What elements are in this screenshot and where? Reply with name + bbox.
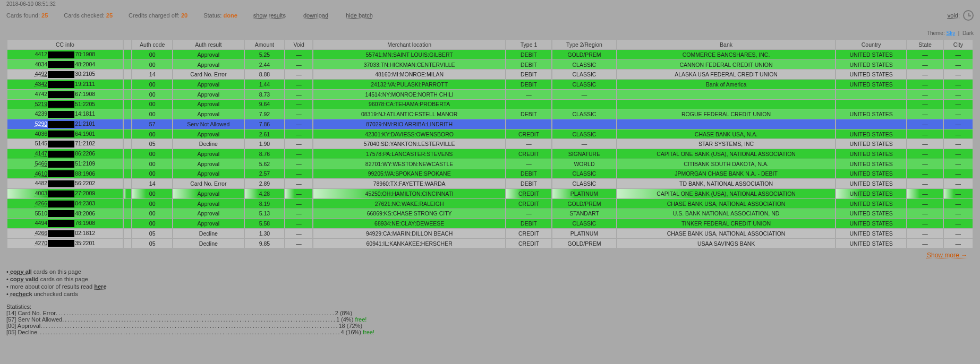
- theme-sky[interactable]: Sky: [946, 30, 955, 36]
- cell: CHASE BANK USA, NATIONAL ASSOCIATION: [617, 199, 835, 209]
- cell: CLASSIC: [552, 70, 616, 79]
- cell: DEBIT: [506, 109, 551, 119]
- copy-valid-link[interactable]: copy valid: [10, 276, 39, 282]
- cell: [836, 119, 907, 129]
- cell: STAR SYSTEMS, INC: [617, 139, 835, 149]
- cell: 55741:MN:SAINT LOUIS:GILBERT: [313, 50, 505, 59]
- cell: CHASE BANK USA, N.A.: [617, 129, 835, 139]
- table-row[interactable]: 414786:220600Approval8.76—17578:PA:LANCA…: [7, 149, 973, 159]
- hide-batch-link[interactable]: hide batch: [346, 12, 373, 19]
- table-row[interactable]: 403664:190100Approval2.61—42301:KY:DAVIE…: [7, 129, 973, 139]
- cell: CAPITAL ONE BANK (USA), NATIONAL ASSOCIA…: [617, 149, 835, 159]
- cell: 00: [132, 50, 172, 59]
- table-row[interactable]: 551048:200600Approval5.13—66869:KS:CHASE…: [7, 209, 973, 219]
- cell: Approval: [173, 219, 244, 228]
- table-row[interactable]: 400327:200900Approval4.28—45250:OH:HAMIL…: [7, 189, 973, 198]
- void-link[interactable]: void:: [948, 12, 960, 19]
- table-row[interactable]: 546651:210900Approval5.62—82701:WY:WESTO…: [7, 159, 973, 169]
- cell: Approval: [173, 109, 244, 119]
- cell: —: [907, 189, 942, 198]
- color-help-link[interactable]: here: [94, 283, 106, 290]
- cell: TD BANK, NATIONAL ASSOCIATION: [617, 179, 835, 188]
- cell: 00: [132, 60, 172, 70]
- cell: 529021:2101: [7, 119, 123, 129]
- cell: 05: [132, 139, 172, 149]
- table-row[interactable]: 403448:200400Approval2.44—37033:TN:HICKM…: [7, 60, 973, 70]
- table-row[interactable]: 426604:230300Approval8.19—27621:NC:WAKE:…: [7, 199, 973, 209]
- cell: 08319:NJ:ATLANTIC:ESTELL MANOR: [313, 109, 505, 119]
- cell: —: [944, 119, 973, 129]
- cell: 42301:KY:DAVIESS:OWENSBORO: [313, 129, 505, 139]
- cell: [124, 149, 131, 159]
- cell: —: [285, 119, 312, 129]
- cell: 449476:1908: [7, 219, 123, 228]
- cell: 57040:SD:YANKTON:LESTERVILLE: [313, 139, 505, 149]
- cell: UNITED STATES: [836, 80, 907, 89]
- cell: Decline: [173, 229, 244, 238]
- cell: —: [907, 70, 942, 79]
- table-row[interactable]: 448256:220214Card No. Error2.89—78960:TX…: [7, 179, 973, 188]
- cell: 78960:TX:FAYETTE:WARDA: [313, 179, 505, 188]
- theme-dark[interactable]: Dark: [962, 30, 974, 36]
- table-row[interactable]: 449230:210514Card No. Error8.88—48160:MI…: [7, 70, 973, 79]
- table-row[interactable]: 441270:190800Approval5.25—55741:MN:SAINT…: [7, 50, 973, 59]
- col-header: State: [907, 40, 942, 49]
- cell: [552, 100, 616, 109]
- cell: 14: [132, 179, 172, 188]
- table-row[interactable]: 529021:210157Serv Not Allowed7.86—87029:…: [7, 119, 973, 129]
- cell: —: [944, 50, 973, 59]
- table-row[interactable]: 434219:211100Approval1.44—24132:VA:PULAS…: [7, 80, 973, 89]
- table-row[interactable]: 449476:190800Approval5.58—68934:NE:CLAY:…: [7, 219, 973, 228]
- cell: ROGUE FEDERAL CREDIT UNION: [617, 109, 835, 119]
- cell: 66869:KS:CHASE:STRONG CITY: [313, 209, 505, 219]
- cell: 427035:2201: [7, 239, 123, 248]
- cell: 1.44: [245, 80, 285, 89]
- stats-line: [57] Serv Not Allowed...................…: [6, 316, 974, 323]
- cell: [124, 109, 131, 119]
- cell: —: [506, 90, 551, 99]
- cell: Approval: [173, 100, 244, 109]
- table-row[interactable]: 461088:190600Approval2.57—99205:WA:SPOKA…: [7, 169, 973, 179]
- cell: —: [285, 70, 312, 79]
- cell: 00: [132, 80, 172, 89]
- table-row[interactable]: 426602:181205Decline1.30—94929:CA:MARIN:…: [7, 229, 973, 238]
- cell: —: [506, 159, 551, 169]
- cell: CLASSIC: [552, 129, 616, 139]
- show-more-link[interactable]: Show more →: [927, 252, 967, 259]
- stats-line: [05] Decline............................…: [6, 329, 974, 335]
- cell: 45250:OH:HAMILTON:CINCINNATI: [313, 189, 505, 198]
- cell: UNITED STATES: [836, 199, 907, 209]
- download-link[interactable]: download: [303, 12, 328, 19]
- table-row[interactable]: 423914:181100Approval7.92—08319:NJ:ATLAN…: [7, 109, 973, 119]
- table-row[interactable]: 514571:210205Decline1.90—57040:SD:YANKTO…: [7, 139, 973, 149]
- cell: UNITED STATES: [836, 159, 907, 169]
- cell: UNITED STATES: [836, 179, 907, 188]
- cell: Approval: [173, 90, 244, 99]
- cell: Decline: [173, 239, 244, 248]
- cell: Card No. Error: [173, 179, 244, 188]
- cell: [124, 80, 131, 89]
- col-header: City: [944, 40, 973, 49]
- cell: —: [285, 100, 312, 109]
- cell: UNITED STATES: [836, 70, 907, 79]
- table-row[interactable]: 427035:220105Decline9.85—60941:IL:KANKAK…: [7, 239, 973, 248]
- recheck-link[interactable]: recheck: [10, 291, 32, 297]
- cell: 17578:PA:LANCASTER:STEVENS: [313, 149, 505, 159]
- cell: PLATINUM: [552, 229, 616, 238]
- cell: 00: [132, 129, 172, 139]
- cell: —: [907, 159, 942, 169]
- cell: 449230:2105: [7, 70, 123, 79]
- cell: —: [944, 109, 973, 119]
- cell: 00: [132, 149, 172, 159]
- cell: CLASSIC: [552, 179, 616, 188]
- cell: DEBIT: [506, 50, 551, 59]
- copy-all-link[interactable]: copy all: [10, 268, 32, 275]
- table-row[interactable]: 474267:190800Approval8.73—14514:NY:MONRO…: [7, 90, 973, 99]
- cell: —: [907, 229, 942, 238]
- cell: Bank of America: [617, 80, 835, 89]
- show-results-link[interactable]: show results: [253, 12, 286, 19]
- cell: —: [907, 109, 942, 119]
- table-row[interactable]: 521951:220500Approval9.64—96078:CA:TEHAM…: [7, 100, 973, 109]
- cell: 2.57: [245, 169, 285, 179]
- cell: [124, 209, 131, 219]
